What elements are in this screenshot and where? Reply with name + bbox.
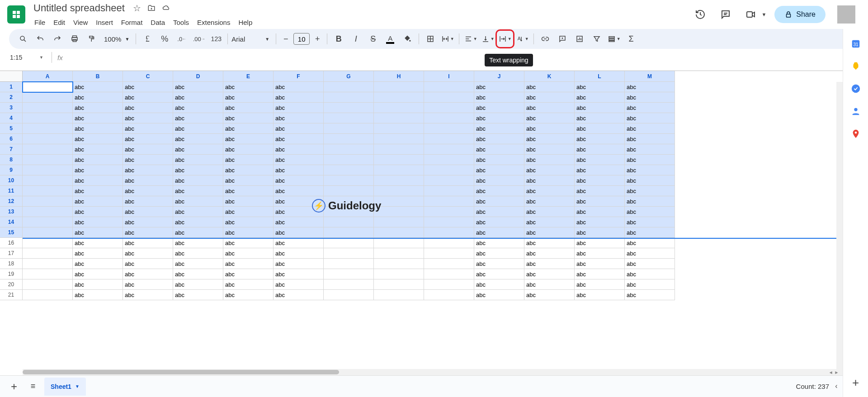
meet-button[interactable]: ▼ <box>742 6 766 23</box>
cell[interactable] <box>424 165 474 175</box>
menu-extensions[interactable]: Extensions <box>193 17 234 28</box>
cell[interactable]: abc <box>223 248 274 259</box>
row-header[interactable]: 9 <box>0 165 23 175</box>
cell[interactable]: abc <box>73 82 123 92</box>
cell[interactable]: abc <box>73 196 123 207</box>
cell[interactable]: abc <box>173 155 223 165</box>
cell[interactable]: abc <box>575 113 625 123</box>
column-header[interactable]: H <box>374 71 424 82</box>
cell[interactable]: abc <box>575 155 625 165</box>
cell[interactable]: abc <box>223 279 274 290</box>
cell[interactable] <box>374 186 424 196</box>
cell[interactable]: abc <box>575 238 625 248</box>
cell[interactable]: abc <box>575 207 625 217</box>
cell[interactable]: abc <box>223 155 274 165</box>
cell[interactable] <box>424 155 474 165</box>
cell[interactable]: abc <box>123 259 173 269</box>
share-button[interactable]: Share <box>774 6 826 23</box>
cell[interactable]: abc <box>625 279 675 290</box>
cell[interactable]: abc <box>575 92 625 103</box>
cell[interactable]: abc <box>274 248 324 259</box>
cell[interactable] <box>424 103 474 113</box>
cell[interactable]: abc <box>123 227 173 238</box>
cell[interactable]: abc <box>524 279 575 290</box>
cell[interactable] <box>374 269 424 279</box>
cell[interactable] <box>374 290 424 300</box>
menu-edit[interactable]: Edit <box>50 17 69 28</box>
cell[interactable]: abc <box>474 196 524 207</box>
cell[interactable]: abc <box>625 290 675 300</box>
cell[interactable]: abc <box>73 238 123 248</box>
cell[interactable] <box>23 134 73 144</box>
cell[interactable]: abc <box>625 227 675 238</box>
decrease-decimal-icon[interactable]: .0← <box>174 31 189 47</box>
tasks-icon[interactable] <box>850 83 861 94</box>
bold-icon[interactable]: B <box>331 31 346 47</box>
cell[interactable]: abc <box>223 207 274 217</box>
column-header[interactable]: K <box>524 71 575 82</box>
cell[interactable]: abc <box>173 259 223 269</box>
cell[interactable]: abc <box>524 92 575 103</box>
row-header[interactable]: 11 <box>0 186 23 196</box>
cell[interactable]: abc <box>524 144 575 155</box>
cell[interactable] <box>23 269 73 279</box>
row-header[interactable]: 19 <box>0 269 23 279</box>
cell[interactable]: abc <box>73 175 123 186</box>
row-header[interactable]: 13 <box>0 207 23 217</box>
cell[interactable] <box>23 207 73 217</box>
cell[interactable]: abc <box>575 279 625 290</box>
cell[interactable]: abc <box>524 175 575 186</box>
merge-cells-icon[interactable]: ▼ <box>440 31 455 47</box>
cell[interactable] <box>424 175 474 186</box>
cell[interactable] <box>23 123 73 134</box>
column-header[interactable]: D <box>173 71 223 82</box>
menu-data[interactable]: Data <box>147 17 169 28</box>
cell[interactable] <box>424 217 474 227</box>
cell[interactable]: abc <box>223 175 274 186</box>
cell[interactable] <box>23 217 73 227</box>
cell[interactable]: abc <box>625 82 675 92</box>
filter-views-icon[interactable]: ▼ <box>606 31 622 47</box>
cell[interactable]: abc <box>123 155 173 165</box>
cell[interactable] <box>374 217 424 227</box>
row-header[interactable]: 3 <box>0 103 23 113</box>
cell[interactable]: abc <box>274 290 324 300</box>
search-menus-icon[interactable] <box>15 31 31 47</box>
cell[interactable]: abc <box>173 165 223 175</box>
cell[interactable]: abc <box>625 103 675 113</box>
cell[interactable]: abc <box>524 269 575 279</box>
cell[interactable]: abc <box>123 248 173 259</box>
cell[interactable] <box>324 103 374 113</box>
cell[interactable]: abc <box>274 217 324 227</box>
cell[interactable]: abc <box>173 290 223 300</box>
cell[interactable]: abc <box>625 165 675 175</box>
cell[interactable] <box>374 248 424 259</box>
cell[interactable]: abc <box>123 144 173 155</box>
column-header[interactable]: G <box>324 71 374 82</box>
filter-icon[interactable] <box>589 31 604 47</box>
cell[interactable]: abc <box>524 248 575 259</box>
cell[interactable]: abc <box>173 217 223 227</box>
cell[interactable] <box>374 82 424 92</box>
cell[interactable]: abc <box>223 165 274 175</box>
cell[interactable]: abc <box>173 227 223 238</box>
cell[interactable] <box>424 123 474 134</box>
cell[interactable]: abc <box>474 186 524 196</box>
cell[interactable]: abc <box>625 238 675 248</box>
cell[interactable]: abc <box>474 103 524 113</box>
cell[interactable]: abc <box>575 165 625 175</box>
contacts-icon[interactable] <box>850 106 861 117</box>
cell[interactable]: abc <box>474 82 524 92</box>
cell[interactable]: abc <box>173 103 223 113</box>
cell[interactable] <box>374 238 424 248</box>
cell[interactable]: abc <box>625 217 675 227</box>
cell[interactable]: abc <box>223 113 274 123</box>
row-header[interactable]: 17 <box>0 248 23 259</box>
row-header[interactable]: 2 <box>0 92 23 103</box>
cell[interactable]: abc <box>223 196 274 207</box>
menu-view[interactable]: View <box>70 17 91 28</box>
cell[interactable]: abc <box>274 144 324 155</box>
cell[interactable] <box>424 186 474 196</box>
cell[interactable]: abc <box>173 134 223 144</box>
cell[interactable]: abc <box>73 92 123 103</box>
